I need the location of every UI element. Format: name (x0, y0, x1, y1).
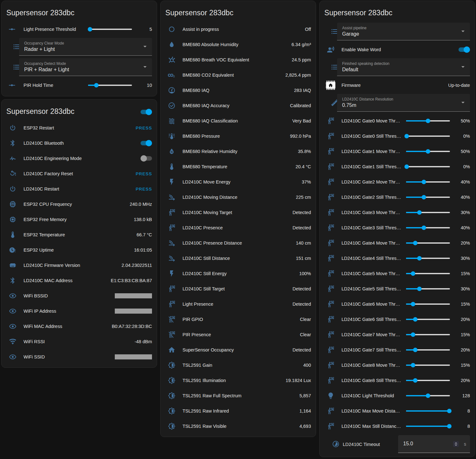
svg-text:32: 32 (11, 203, 14, 206)
svg-text:2: 2 (173, 75, 175, 78)
svg-text:CO: CO (168, 73, 173, 78)
